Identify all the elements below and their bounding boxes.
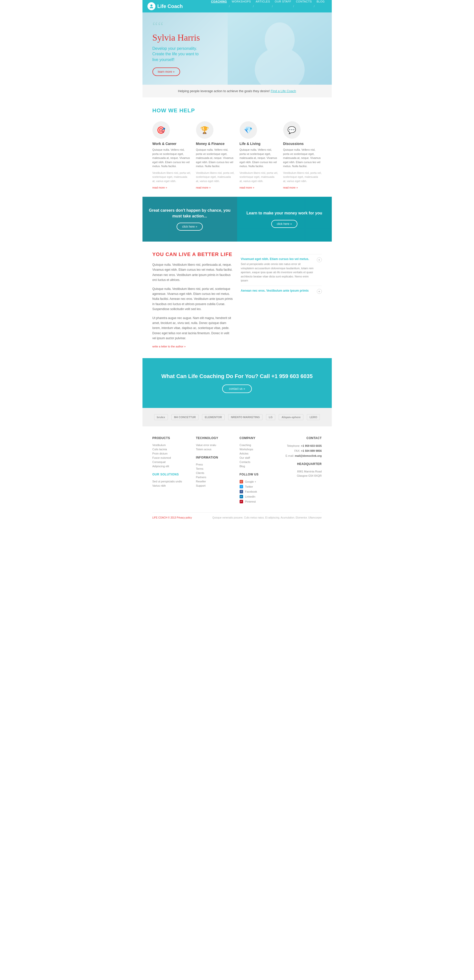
work-career-read-more[interactable]: read more » xyxy=(153,186,167,189)
footer-products-link-0[interactable]: Vestibulum xyxy=(153,444,191,447)
footer-tech-link-0[interactable]: Value error eralu xyxy=(196,444,235,447)
footer-hq-title: HEADQUARTER xyxy=(283,462,322,466)
footer-products-link-3[interactable]: Fusce euismod xyxy=(153,456,191,459)
partner-elementor: ELEMENTOR xyxy=(202,414,225,420)
footer-solutions-link-0[interactable]: Sed ut perspiciatis undis xyxy=(153,480,191,483)
footer-company-link-4[interactable]: Contacts xyxy=(240,460,278,463)
tagline-bar: Helping people leverage action to achiev… xyxy=(143,85,332,97)
cta-banners: Great careers don't happen by chance, yo… xyxy=(143,197,332,242)
how-we-help-section: HOW WE HELP 🎯 Work & Career Quisque null… xyxy=(143,97,332,197)
life-living-desc2: Vestibulum libero nisl, porta vel, scele… xyxy=(240,171,278,183)
footer-contact-title: CONTACT xyxy=(283,436,322,440)
footer-tech-link-1[interactable]: Totem acous xyxy=(196,448,235,451)
partner-aliqam: Aliqam-sphere xyxy=(279,414,303,420)
discussions-title: Discussions xyxy=(283,142,322,146)
write-letter-link[interactable]: write a letter to the author » xyxy=(153,345,186,348)
accordion-2-toggle[interactable]: + xyxy=(317,289,322,294)
footer-company-link-0[interactable]: Coaching xyxy=(240,444,278,447)
hero-quote-mark: ““ xyxy=(153,21,200,31)
footer-company-link-5[interactable]: Blog xyxy=(240,465,278,468)
hero-name: Sylvia Harris xyxy=(153,32,200,43)
cta-money-button[interactable]: click here » xyxy=(271,220,297,228)
footer-email: E-mail: mail@democlink.org xyxy=(283,453,322,458)
footer-products-title: PRODUCTS xyxy=(153,436,191,440)
footer-info-link-4[interactable]: Reseller xyxy=(196,480,235,483)
better-life-para1: Quisque nulla. Vestibulum libero nisl, p… xyxy=(153,262,234,283)
nav-coaching[interactable]: COACHING xyxy=(209,0,229,13)
partner-lg: LG xyxy=(266,414,275,420)
footer-info-link-0[interactable]: Press xyxy=(196,463,235,466)
life-living-desc: Quisque nulla. Vellero nisl, porta ve sc… xyxy=(240,148,278,169)
hero-tagline-line3: live yourself! xyxy=(153,57,175,62)
money-finance-read-more[interactable]: read more » xyxy=(196,186,211,189)
discussions-desc: Quisque nulla. Vellero nisl, porta ve sc… xyxy=(283,148,322,169)
footer-products-link-5[interactable]: Adipiscing elit xyxy=(153,465,191,468)
footer-hq-address: 8981 Maminia Road Glasgow G54 8XQR xyxy=(283,469,322,478)
partner-brulex: brulex xyxy=(154,414,168,420)
better-life-section: YOU CAN LIVE A BETTER LIFE Quisque nulla… xyxy=(143,242,332,358)
nav-our-staff[interactable]: OUR STAFF xyxy=(273,0,293,13)
footer-information-title: INFORMATION xyxy=(196,456,235,459)
accordion-item-2: Aenean nec eros. Vestibulum ante ipsum p… xyxy=(241,286,322,297)
discussions-icon-wrap: 💬 xyxy=(283,121,301,139)
find-life-coach-link[interactable]: Find a Life Coach xyxy=(271,89,296,93)
how-we-help-title: HOW WE HELP xyxy=(153,107,322,114)
svg-point-0 xyxy=(150,5,153,6)
contact-us-button[interactable]: contact us » xyxy=(222,385,252,393)
cta-banner-careers: Great careers don't happen by chance, yo… xyxy=(143,197,237,242)
social-google-link[interactable]: Google + xyxy=(245,480,256,483)
footer-company-link-3[interactable]: Our staff xyxy=(240,456,278,459)
nav-workshops[interactable]: WORKSHOPS xyxy=(230,0,253,13)
learn-more-button[interactable]: learn more » xyxy=(153,67,180,76)
footer-info-link-2[interactable]: Clients xyxy=(196,471,235,474)
cta-careers-button[interactable]: click here » xyxy=(177,223,203,231)
nav-articles[interactable]: ARTICLES xyxy=(254,0,272,13)
footer-follow-us-title: FOLLOW US xyxy=(240,473,278,476)
tagline-text: Helping people leverage action to achiev… xyxy=(178,89,270,93)
accordion-1-body: Sed ut perspiciatis unde omnis iste natu… xyxy=(241,262,314,283)
twitter-icon: t xyxy=(240,485,243,488)
footer-solutions-link-1[interactable]: Varius nibh xyxy=(153,484,191,487)
better-life-right: Vivamuet eget nibh. Etiam cursus leo vel… xyxy=(241,251,322,348)
accordion-1-toggle[interactable]: + xyxy=(317,257,322,262)
money-finance-desc: Quisque nulla. Vellero nisl, porta ve sc… xyxy=(196,148,235,169)
hero-tagline-line1: Develop your personality. xyxy=(153,46,197,51)
better-life-para2: Quisque nulla. Vestibulum libero nisl, p… xyxy=(153,286,234,312)
discussions-read-more[interactable]: read more » xyxy=(283,186,298,189)
footer-products-link-1[interactable]: Culis lacinia xyxy=(153,448,191,451)
footer-products-link-2[interactable]: Proin dictum xyxy=(153,452,191,455)
header: Life Coach COACHING / WORKSHOPS / ARTICL… xyxy=(143,0,332,13)
footer-info-link-5[interactable]: Support xyxy=(196,484,235,487)
hero-image xyxy=(227,13,332,85)
life-living-read-more[interactable]: read more » xyxy=(240,186,254,189)
footer-info-link-1[interactable]: Terms xyxy=(196,467,235,470)
social-facebook-link[interactable]: Facebook xyxy=(245,490,257,493)
hero-tagline: Develop your personality. Create the lif… xyxy=(153,46,200,62)
social-linkedin-link[interactable]: LinkedIn xyxy=(245,495,256,498)
footer-company-link-2[interactable]: Articles xyxy=(240,452,278,455)
footer-our-solutions-title: OUR SOLUTIONS xyxy=(153,473,191,476)
footer-col-technology: TECHNOLOGY Value error eralu Totem acous… xyxy=(196,436,235,505)
social-google: G Google + xyxy=(240,480,278,484)
discussions-icon: 💬 xyxy=(288,126,296,134)
nav-blog[interactable]: BLOG xyxy=(315,0,327,13)
footer-technology-title: TECHNOLOGY xyxy=(196,436,235,440)
social-facebook: f Facebook xyxy=(240,490,278,493)
footer-bottom-links: Quisque venenatis posuere. Culis metus n… xyxy=(212,516,321,519)
footer-products-link-4[interactable]: Consequat xyxy=(153,460,191,463)
life-living-title: Life & Living xyxy=(240,142,278,146)
social-pinterest: P Pinterest xyxy=(240,500,278,503)
footer-company-link-1[interactable]: Workshops xyxy=(240,448,278,451)
footer-info-link-3[interactable]: Partners xyxy=(196,476,235,479)
main-nav: COACHING / WORKSHOPS / ARTICLES / OUR ST… xyxy=(209,0,326,13)
footer: PRODUCTS Vestibulum Culis lacinia Proin … xyxy=(143,426,332,529)
footer-telephone: Telephone: +1 959 603 6035 xyxy=(283,444,322,449)
life-living-icon: 💎 xyxy=(244,126,253,134)
social-twitter-link[interactable]: Twitter xyxy=(245,485,253,488)
accordion-item-1: Vivamuet eget nibh. Etiam cursus leo vel… xyxy=(241,254,322,286)
footer-grid: PRODUCTS Vestibulum Culis lacinia Proin … xyxy=(153,436,322,505)
social-pinterest-link[interactable]: Pinterest xyxy=(245,500,256,503)
nav-contacts[interactable]: CONTACTS xyxy=(294,0,314,13)
accordion-2-title: Aenean nec eros. Vestibulum ante ipsum p… xyxy=(241,289,312,293)
accordion-1-title: Vivamuet eget nibh. Etiam cursus leo vel… xyxy=(241,257,312,261)
